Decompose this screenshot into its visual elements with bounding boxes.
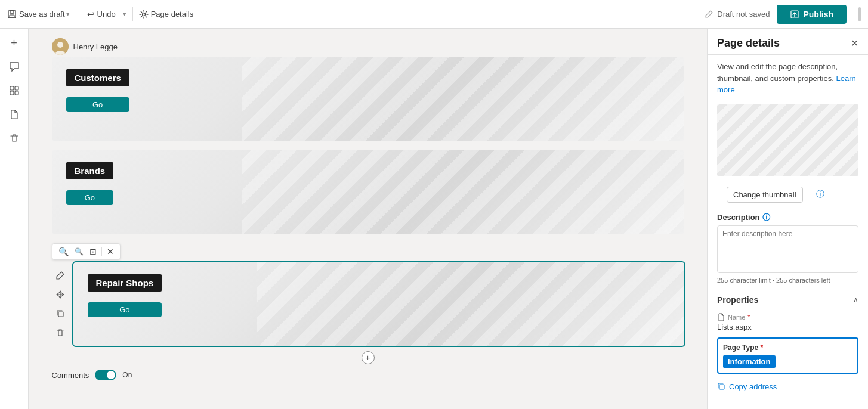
block-bg-brands	[242, 150, 684, 234]
properties-section-header[interactable]: Properties ∧	[708, 289, 868, 311]
copy-icon	[55, 309, 65, 318]
undo-button[interactable]: ↩ Undo	[82, 7, 121, 22]
save-as-draft-button[interactable]: Save as draft	[7, 10, 65, 19]
thumbnail-info-icon[interactable]: ⓘ	[816, 189, 824, 200]
toolbar-divider-2	[132, 7, 133, 21]
change-thumbnail-button[interactable]: Change thumbnail	[727, 187, 803, 203]
delete-icon	[55, 328, 65, 337]
svg-rect-8	[15, 91, 18, 95]
move-action-icon[interactable]	[52, 286, 69, 303]
brands-go-button[interactable]: Go	[66, 190, 114, 205]
left-sidebar: +	[0, 29, 29, 409]
right-panel: Page details ✕ View and edit the page de…	[707, 29, 868, 409]
copy-action-icon[interactable]	[52, 305, 69, 322]
comments-bar: Comments On	[52, 365, 684, 385]
svg-point-10	[57, 42, 63, 48]
description-section: Description ⓘ 255 character limit · 255 …	[708, 207, 868, 289]
trash-action-icon[interactable]	[52, 324, 69, 341]
right-panel-header: Page details ✕	[708, 29, 868, 55]
change-thumbnail-label: Change thumbnail	[733, 190, 796, 199]
customers-block[interactable]: Customers Go	[52, 57, 684, 141]
svg-rect-13	[719, 385, 724, 389]
color-strip	[858, 7, 861, 21]
block-edit-toolbar: 🔍 🔍 ⊡ ✕	[52, 243, 121, 260]
sidebar-page-icon[interactable]	[5, 105, 24, 124]
page-icon	[9, 109, 20, 120]
canvas-inner: Henry Legge Customers Go Brands Go	[40, 29, 696, 390]
repair-shops-block-content: Repair Shops Go	[88, 274, 162, 317]
description-info-icon[interactable]: ⓘ	[762, 212, 770, 223]
repair-shops-title: Repair Shops	[88, 274, 162, 292]
description-textarea[interactable]	[717, 225, 858, 273]
close-toolbar-icon[interactable]: ✕	[106, 246, 115, 258]
toolbar-left-group: Save as draft ▾ ↩ Undo ▾ Page details	[7, 7, 193, 22]
page-type-value[interactable]: Information	[723, 355, 776, 368]
thumbnail-controls: Change thumbnail ⓘ	[717, 184, 858, 205]
repair-shops-go-button[interactable]: Go	[88, 302, 162, 317]
user-avatar	[52, 38, 69, 55]
publish-label: Publish	[803, 10, 833, 19]
copy-address-label: Copy address	[729, 382, 777, 391]
publish-button[interactable]: Publish	[777, 5, 847, 24]
trash-icon	[9, 133, 20, 144]
user-bar: Henry Legge	[52, 33, 684, 57]
repair-shops-block[interactable]: Repair Shops Go	[73, 262, 684, 346]
layout-icon	[9, 85, 20, 96]
repair-shops-row: Repair Shops Go	[52, 262, 684, 346]
add-block-bottom[interactable]: +	[52, 351, 684, 365]
fit-icon[interactable]: ⊡	[88, 246, 98, 258]
comments-toggle[interactable]	[95, 370, 116, 380]
sidebar-layout-icon[interactable]	[5, 81, 24, 100]
name-value-text: Lists.aspx	[717, 323, 752, 331]
svg-rect-7	[10, 91, 14, 95]
page-details-button[interactable]: Page details	[139, 10, 194, 19]
brands-block-content: Brands Go	[66, 162, 114, 205]
pencil-action-icon[interactable]	[52, 267, 69, 284]
svg-rect-12	[58, 312, 63, 317]
panel-description: View and edit the page description, thum…	[708, 55, 868, 98]
undo-label: Undo	[97, 10, 116, 18]
zoom-out-icon[interactable]: 🔍	[73, 246, 85, 257]
block-side-actions	[52, 262, 73, 346]
copy-address-button[interactable]: Copy address	[708, 377, 868, 396]
sidebar-comment-icon[interactable]	[5, 57, 24, 76]
thumbnail-image	[717, 104, 858, 176]
zoom-in-icon[interactable]: 🔍	[57, 246, 70, 258]
properties-title: Properties	[717, 295, 758, 305]
brands-title: Brands	[66, 162, 114, 179]
panel-description-text: View and edit the page description, thum…	[717, 62, 838, 83]
gear-icon	[139, 10, 149, 19]
toolbar-divider-1	[76, 7, 76, 21]
block-bg-customers	[242, 57, 684, 141]
right-panel-title: Page details	[717, 37, 780, 49]
avatar-image	[52, 38, 69, 55]
pencil-icon	[704, 10, 713, 19]
toolbar-right-group: Draft not saved Publish	[704, 5, 861, 24]
block-toolbar-container: 🔍 🔍 ⊡ ✕	[52, 243, 684, 261]
canvas-area[interactable]: Henry Legge Customers Go Brands Go	[29, 29, 707, 409]
page-type-section[interactable]: Page Type * Information	[717, 337, 858, 374]
name-label-text: Name	[728, 314, 745, 321]
main-toolbar: Save as draft ▾ ↩ Undo ▾ Page details Dr…	[0, 0, 868, 29]
save-dropdown-arrow[interactable]: ▾	[66, 10, 70, 18]
char-limit-label: 255 character limit · 255 characters lef…	[717, 277, 858, 284]
sidebar-trash-icon[interactable]	[5, 129, 24, 148]
selected-block-wrapper: 🔍 🔍 ⊡ ✕	[52, 243, 684, 346]
customers-title: Customers	[66, 69, 129, 86]
draft-status-label: Draft not saved	[717, 10, 770, 18]
page-type-label: Page Type *	[723, 343, 852, 352]
close-panel-button[interactable]: ✕	[851, 38, 858, 49]
name-prop-label: Name *	[717, 313, 858, 321]
copy-address-icon	[717, 382, 725, 391]
page-type-label-text: Page Type	[723, 343, 758, 352]
customers-go-button[interactable]: Go	[66, 97, 129, 112]
sidebar-add-top-icon[interactable]: +	[5, 33, 24, 52]
add-block-bottom-btn[interactable]: +	[362, 351, 375, 364]
svg-rect-2	[10, 15, 14, 18]
comment-icon	[9, 61, 20, 72]
undo-icon: ↩	[87, 9, 95, 20]
save-draft-label: Save as draft	[19, 10, 65, 18]
undo-dropdown-arrow[interactable]: ▾	[123, 10, 126, 18]
brands-block[interactable]: Brands Go	[52, 150, 684, 234]
page-details-label: Page details	[151, 10, 194, 18]
